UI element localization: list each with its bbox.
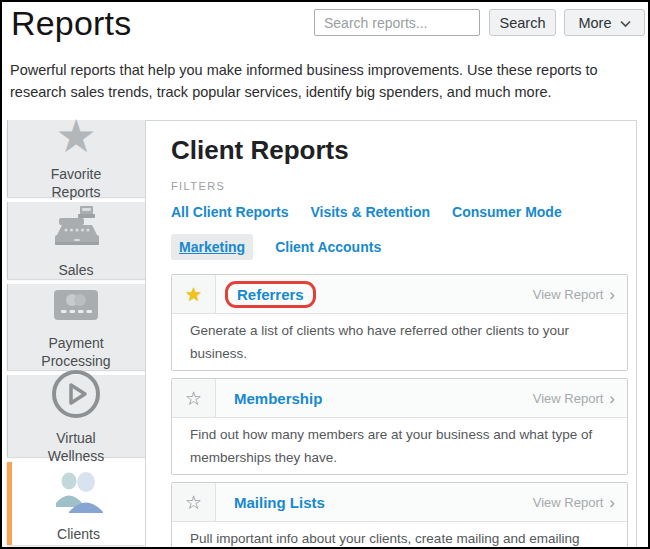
search-input[interactable]: [314, 9, 480, 36]
chevron-right-icon: ›: [609, 496, 615, 509]
sidebar-item-clients[interactable]: Clients: [7, 462, 145, 545]
report-link-membership[interactable]: Membership: [234, 390, 322, 407]
filter-client-accounts[interactable]: Client Accounts: [275, 237, 381, 257]
play-circle-icon: [50, 368, 102, 420]
chevron-right-icon: ›: [609, 392, 615, 405]
view-report-button[interactable]: View Report ›: [533, 379, 627, 417]
filter-visits-retention[interactable]: Visits & Retention: [310, 202, 430, 222]
sidebar: ★ Favorite Reports: [7, 120, 145, 545]
sidebar-item-virtual-wellness[interactable]: Virtual Wellness: [7, 375, 145, 457]
chevron-down-icon: [620, 15, 631, 31]
star-icon: ★: [55, 116, 96, 156]
filter-consumer-mode[interactable]: Consumer Mode: [452, 202, 562, 222]
credit-card-icon: [53, 284, 99, 325]
report-header: Referrers View Report ›: [172, 275, 627, 313]
star-outline-icon: [185, 493, 202, 512]
sidebar-item-label: Clients: [57, 525, 100, 543]
star-filled-icon: [185, 285, 202, 304]
search-button-label: Search: [500, 15, 546, 31]
report-description: Generate a list of clients who have refe…: [172, 313, 627, 370]
client-reports-panel: Client Reports FILTERS All Client Report…: [145, 120, 637, 549]
page-title: Reports: [11, 4, 131, 43]
filter-all-client-reports[interactable]: All Client Reports: [171, 202, 288, 222]
report-description: Find out how many members are at your bu…: [172, 417, 627, 474]
star-outline-icon: [185, 389, 202, 408]
sidebar-item-payment-processing[interactable]: Payment Processing: [7, 284, 145, 370]
sidebar-item-favorite-reports[interactable]: ★ Favorite Reports: [7, 120, 145, 197]
panel-title: Client Reports: [171, 135, 636, 166]
page-description: Powerful reports that help you make info…: [10, 59, 612, 103]
filter-links: All Client Reports Visits & Retention Co…: [171, 202, 631, 260]
sidebar-item-label: Payment Processing: [31, 334, 121, 370]
sidebar-item-sales[interactable]: Sales: [7, 202, 145, 279]
view-report-button[interactable]: View Report ›: [533, 483, 627, 521]
search-button[interactable]: Search: [489, 9, 556, 36]
report-list: Referrers View Report › Generate a list …: [171, 274, 628, 549]
report-header: Mailing Lists View Report ›: [172, 483, 627, 521]
report-item-membership: Membership View Report › Find out how ma…: [171, 378, 628, 475]
sidebar-item-label: Virtual Wellness: [31, 429, 121, 465]
report-link-mailing-lists[interactable]: Mailing Lists: [234, 494, 325, 511]
sidebar-item-label: Sales: [58, 261, 93, 279]
favorite-toggle[interactable]: [172, 379, 216, 417]
more-button-label: More: [578, 15, 611, 31]
filter-marketing[interactable]: Marketing: [171, 234, 253, 260]
view-report-button[interactable]: View Report ›: [533, 275, 627, 313]
cash-register-icon: [47, 202, 105, 252]
chevron-right-icon: ›: [609, 288, 615, 301]
report-title-cell: Mailing Lists: [216, 483, 533, 521]
reports-page: Reports Search More Powerful reports tha…: [0, 0, 650, 549]
report-header: Membership View Report ›: [172, 379, 627, 417]
report-title-cell: Membership: [216, 379, 533, 417]
view-report-label: View Report: [533, 391, 604, 406]
report-description: Pull important info about your clients, …: [172, 521, 627, 549]
view-report-label: View Report: [533, 287, 604, 302]
report-title-cell: Referrers: [216, 275, 533, 313]
more-button[interactable]: More: [564, 9, 645, 36]
report-item-referrers: Referrers View Report › Generate a list …: [171, 274, 628, 371]
clients-icon: [51, 464, 107, 516]
view-report-label: View Report: [533, 495, 604, 510]
favorite-toggle[interactable]: [172, 483, 216, 521]
report-item-mailing-lists: Mailing Lists View Report › Pull importa…: [171, 482, 628, 549]
report-link-referrers[interactable]: Referrers: [225, 281, 316, 308]
sidebar-item-label: Favorite Reports: [31, 165, 121, 201]
filters-label: FILTERS: [171, 180, 636, 192]
favorite-toggle[interactable]: [172, 275, 216, 313]
